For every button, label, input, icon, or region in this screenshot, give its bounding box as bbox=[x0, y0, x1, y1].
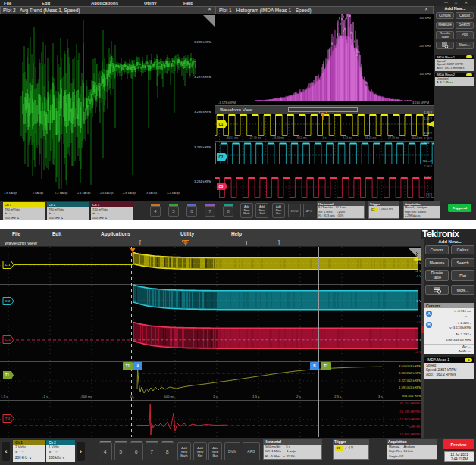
svg-text:T 2: T 2 bbox=[5, 417, 11, 420]
svg-text:C 1: C 1 bbox=[5, 263, 11, 267]
svg-text:C 3: C 3 bbox=[5, 338, 11, 342]
svg-text:C1: C1 bbox=[219, 123, 224, 126]
svg-text:C3: C3 bbox=[219, 185, 224, 189]
svg-text:C 2: C 2 bbox=[5, 299, 11, 303]
svg-text:C2: C2 bbox=[219, 155, 224, 159]
svg-text:T1: T1 bbox=[5, 373, 10, 377]
